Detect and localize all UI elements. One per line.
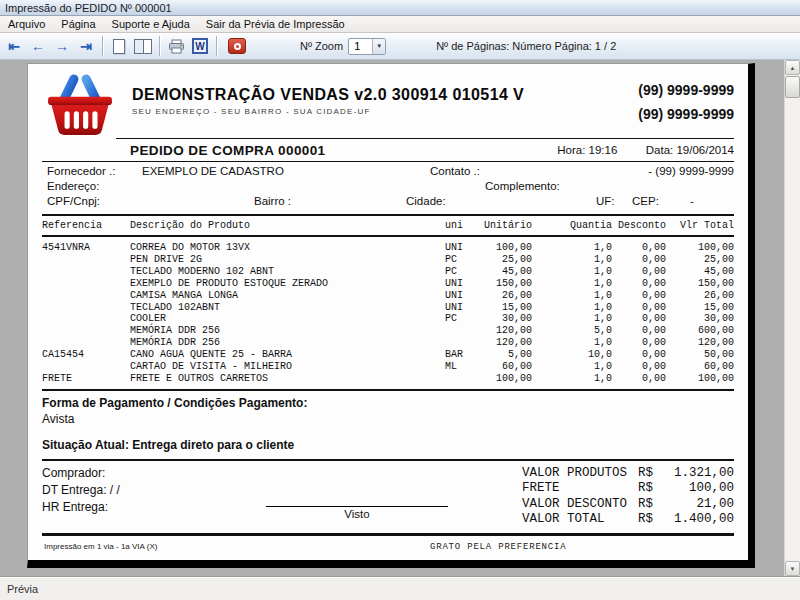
total-row: FRETE R$ 100,00 <box>522 481 734 497</box>
previous-page-button[interactable]: ← <box>27 36 49 57</box>
totals-block: VALOR PRODUTOS R$ 1.321,00 FRETE R$ 100,… <box>522 466 734 533</box>
supplier-row-1: Fornecedor .: EXEMPLO DE CADASTRO Contat… <box>42 165 734 180</box>
items-table: Referencia Descrição do Produto uni Unit… <box>42 216 734 389</box>
contato-value: - (99) 9999-9999 <box>648 165 734 177</box>
table-row: CAMISA MANGA LONGA UNI 26,00 1,0 0,00 26… <box>42 290 734 302</box>
export-word-button[interactable]: W <box>189 36 211 57</box>
endereco-label: Endereço: <box>47 180 99 192</box>
basket-logo <box>44 72 116 138</box>
toolbar-separator <box>102 36 103 56</box>
table-row: COOLER PC 30,00 1,0 0,00 30,00 <box>42 313 734 325</box>
table-row: FRETE FRETE E OUTROS CARRETOS 100,00 1,0… <box>42 373 734 385</box>
two-page-icon <box>134 39 152 54</box>
thanks-text: GRATO PELA PREFERENCIA <box>430 542 566 552</box>
word-icon: W <box>192 38 208 54</box>
supplier-row-2: Endereço: Complemento: <box>42 180 734 195</box>
single-page-view-button[interactable] <box>108 36 130 57</box>
col-referencia: Referencia <box>42 220 130 231</box>
table-row: CARTAO DE VISITA - MILHEIRO ML 60,00 1,0… <box>42 361 734 373</box>
toolbar-separator <box>159 36 160 56</box>
table-row: EXEMPLO DE PRODUTO ESTOQUE ZERADO UNI 15… <box>42 278 734 290</box>
zoom-label: Nº Zoom <box>300 40 343 52</box>
two-page-view-button[interactable] <box>132 36 154 57</box>
items-table-header: Referencia Descrição do Produto uni Unit… <box>42 216 734 233</box>
visto-label: Visto <box>266 508 448 520</box>
zoom-group: Nº Zoom 1 ▼ <box>300 38 386 55</box>
cep-value: - <box>690 195 694 207</box>
menu-sair-previa[interactable]: Sair da Prévia de Impressão <box>198 16 353 32</box>
col-uni: uni <box>437 220 480 231</box>
total-row: VALOR TOTAL R$ 1.400,00 <box>522 512 734 528</box>
next-page-icon: → <box>55 39 69 53</box>
table-row: 4541VNRA CORREA DO MOTOR 13VX UNI 100,00… <box>42 242 734 254</box>
cep-label: CEP: <box>632 195 659 207</box>
menu-pagina[interactable]: Página <box>53 16 103 32</box>
first-page-button[interactable]: ⇤ <box>3 36 25 57</box>
single-page-icon <box>113 39 125 54</box>
toolbar: ⇤ ← → ⇥ W <box>0 33 800 60</box>
zoom-value: 1 <box>349 40 372 52</box>
date-label: Data: <box>646 144 674 156</box>
menubar: Arquivo Página Suporte e Ajuda Sair da P… <box>0 16 800 33</box>
total-row: VALOR PRODUTOS R$ 1.321,00 <box>522 466 734 482</box>
last-page-button[interactable]: ⇥ <box>75 36 97 57</box>
last-page-icon: ⇥ <box>80 39 92 53</box>
col-quantia: Quantia <box>532 220 612 231</box>
arrow-down-icon: ▼ <box>790 566 796 572</box>
contato-label: Contato .: <box>430 165 480 177</box>
divider <box>42 533 734 536</box>
print-footer: Impressão em 1 via - 1a VIA (X) GRATO PE… <box>42 539 734 555</box>
col-vlr-total: Vlr Total <box>666 220 734 231</box>
scroll-down-button[interactable]: ▼ <box>785 561 800 576</box>
col-unitario: Unitário <box>480 220 532 231</box>
order-row: PEDIDO DE COMPRA 000001 Hora: 19:16 Data… <box>42 139 734 161</box>
complemento-label: Complemento: <box>485 180 560 192</box>
payment-value: Avista <box>42 412 734 426</box>
print-button[interactable] <box>165 36 187 57</box>
company-address: SEU ENDEREÇO - SEU BAIRRO - SUA CIDADE-U… <box>132 107 604 116</box>
close-preview-button[interactable] <box>228 38 246 54</box>
arrow-up-icon: ▲ <box>790 65 796 71</box>
cpf-label: CPF/Cnpj: <box>47 195 100 207</box>
app-window: Impressão do PEDIDO Nº 000001 Arquivo Pá… <box>0 0 800 600</box>
fornecedor-value: EXEMPLO DE CADASTRO <box>142 165 284 177</box>
chevron-down-icon[interactable]: ▼ <box>372 39 385 54</box>
first-page-icon: ⇤ <box>8 39 20 53</box>
company-block: DEMONSTRAÇÃO VENDAS v2.0 300914 010514 V… <box>132 70 604 138</box>
bottom-block: Comprador: DT Entrega: / / HR Entrega: V… <box>42 461 734 533</box>
phone-2: (99) 9999-9999 <box>604 106 734 122</box>
dt-entrega-label: DT Entrega: <box>42 483 106 497</box>
vertical-scrollbar[interactable]: ▲ ▼ <box>784 60 800 576</box>
order-title: PEDIDO DE COMPRA 000001 <box>130 143 557 158</box>
date-value: 19/06/2014 <box>676 144 734 156</box>
zoom-select[interactable]: 1 ▼ <box>348 38 386 55</box>
document-header: DEMONSTRAÇÃO VENDAS v2.0 300914 010514 V… <box>42 70 734 138</box>
table-row: TECLADO MODERNO 102 ABNT PC 45,00 1,0 0,… <box>42 266 734 278</box>
bairro-label: Bairro : <box>254 195 291 207</box>
table-row: TECLADO 102ABNT UNI 15,00 1,0 0,00 15,00 <box>42 302 734 314</box>
time-value: 19:16 <box>589 144 618 156</box>
previous-page-icon: ← <box>31 39 45 53</box>
phone-1: (99) 9999-9999 <box>604 82 734 98</box>
signature-line <box>266 506 448 507</box>
window-title: Impressão do PEDIDO Nº 000001 <box>5 2 172 14</box>
company-phones: (99) 9999-9999 (99) 9999-9999 <box>604 70 734 138</box>
printer-icon <box>168 39 185 54</box>
toolbar-separator <box>216 36 217 56</box>
scrollbar-thumb[interactable] <box>785 76 800 98</box>
next-page-button[interactable]: → <box>51 36 73 57</box>
buyer-block: Comprador: DT Entrega: / / HR Entrega: <box>42 466 252 533</box>
status-text: Prévia <box>7 583 38 595</box>
titlebar[interactable]: Impressão do PEDIDO Nº 000001 <box>0 0 800 16</box>
scroll-up-button[interactable]: ▲ <box>785 60 800 75</box>
visto-block: Visto <box>252 466 522 533</box>
table-row: PEN DRIVE 2G PC 25,00 1,0 0,00 25,00 <box>42 254 734 266</box>
menu-suporte-ajuda[interactable]: Suporte e Ajuda <box>104 16 198 32</box>
payment-title: Forma de Pagamento / Condições Pagamento… <box>42 396 734 410</box>
company-title: DEMONSTRAÇÃO VENDAS v2.0 300914 010514 V <box>132 86 604 104</box>
order-status: Situação Atual: Entrega direto para o cl… <box>42 438 734 452</box>
preview-area: DEMONSTRAÇÃO VENDAS v2.0 300914 010514 V… <box>0 60 800 576</box>
table-row: CA15454 CANO AGUA QUENTE 25 - BARRA BAR … <box>42 349 734 361</box>
menu-arquivo[interactable]: Arquivo <box>0 16 53 32</box>
statusbar: Prévia <box>0 576 800 600</box>
